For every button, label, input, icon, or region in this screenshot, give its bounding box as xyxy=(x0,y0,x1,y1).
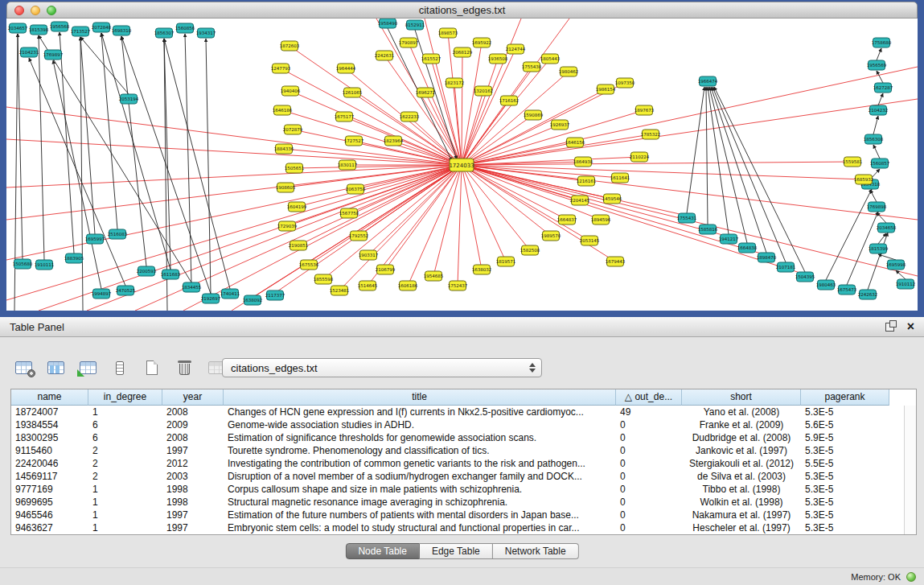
table-cell[interactable]: Nakamura et al. (1997) xyxy=(682,509,801,521)
table-selector-dropdown[interactable]: citations_edges.txt xyxy=(222,358,542,377)
network-node[interactable]: 1966474 xyxy=(698,76,718,86)
table-cell[interactable]: 9115460 xyxy=(11,444,88,457)
network-node[interactable]: 1320162 xyxy=(474,86,494,96)
table-cell[interactable]: 1998 xyxy=(162,496,224,509)
column-header-year[interactable]: year xyxy=(162,389,224,406)
table-cell[interactable]: Hescheler et al. (1997) xyxy=(682,521,801,534)
table-row[interactable]: 946554611997Estimation of the future num… xyxy=(11,509,904,521)
table-cell[interactable]: 2 xyxy=(88,470,162,483)
table-cell[interactable]: 18724007 xyxy=(11,406,88,418)
table-row[interactable]: 1938455462009Genome-wide association stu… xyxy=(11,418,904,431)
network-node[interactable]: 1941217 xyxy=(719,234,739,244)
network-node[interactable]: 2106799 xyxy=(376,265,396,274)
window-titlebar[interactable]: citations_edges.txt xyxy=(6,2,918,19)
network-node[interactable]: 1785322 xyxy=(641,130,661,139)
network-node[interactable]: 1724033 xyxy=(449,159,474,171)
vertical-scrollbar[interactable] xyxy=(904,406,916,534)
network-node[interactable]: 1792552 xyxy=(349,231,369,241)
network-node[interactable]: 1956569 xyxy=(867,60,887,70)
network-node[interactable]: 1696272 xyxy=(416,88,436,97)
network-node[interactable]: 1823172 xyxy=(445,78,465,88)
network-node[interactable]: 1261065 xyxy=(343,88,363,97)
network-node[interactable]: 1908605 xyxy=(276,183,296,192)
table-cell[interactable]: 0 xyxy=(616,521,682,534)
network-node[interactable]: 1986154 xyxy=(596,84,616,94)
network-node[interactable]: 1459546 xyxy=(602,194,622,204)
network-node[interactable]: 1695997 xyxy=(85,234,105,244)
table-cell[interactable]: 5.3E-5 xyxy=(801,444,889,457)
table-cell[interactable]: Yano et al. (2008) xyxy=(682,406,801,418)
table-cell[interactable]: 9463627 xyxy=(11,521,88,534)
network-node[interactable]: 1679443 xyxy=(606,257,626,266)
network-canvas-area[interactable]: 2034657181539819565681713527207284816983… xyxy=(6,19,918,311)
network-node[interactable]: 1685932 xyxy=(854,175,874,184)
network-node[interactable]: 1755431 xyxy=(677,213,697,223)
table-row[interactable]: 969969511998Structural magnetic resonanc… xyxy=(11,496,904,509)
network-node[interactable]: 2034657 xyxy=(8,23,28,33)
table-cell[interactable]: 1 xyxy=(88,521,162,534)
network-node[interactable]: 1611641 xyxy=(610,173,630,183)
tab-network-table[interactable]: Network Table xyxy=(493,543,579,559)
network-node[interactable]: 1664838 xyxy=(737,243,758,253)
new-table-button[interactable] xyxy=(140,356,164,380)
table-row[interactable]: 1830029562008Estimation of significance … xyxy=(11,431,904,444)
network-node[interactable]: 2072848 xyxy=(92,23,112,32)
table-cell[interactable]: 6 xyxy=(88,431,162,444)
table-cell[interactable]: Estimation of significance thresholds fo… xyxy=(224,431,616,444)
table-cell[interactable]: 19384554 xyxy=(11,418,88,431)
network-node[interactable]: 2110224 xyxy=(630,152,650,162)
network-node[interactable]: 1926937 xyxy=(550,120,570,130)
table-cell[interactable]: Disruption of a novel member of a sodium… xyxy=(224,470,616,483)
table-cell[interactable]: 9777169 xyxy=(11,483,88,496)
network-node[interactable]: 2190851 xyxy=(289,241,309,250)
network-node[interactable]: 1646156 xyxy=(565,138,585,147)
table-cell[interactable]: 9699695 xyxy=(11,496,88,509)
network-node[interactable]: 1675177 xyxy=(335,112,355,122)
table-row[interactable]: 1872400712008Changes of HCN gene express… xyxy=(11,406,904,418)
table-cell[interactable]: 1 xyxy=(88,496,162,509)
network-node[interactable]: 1823964 xyxy=(384,136,404,146)
table-cell[interactable]: 1997 xyxy=(162,521,224,534)
table-row[interactable]: 946362711997Embryonic stem cells: a mode… xyxy=(11,521,904,534)
table-cell[interactable]: 0 xyxy=(616,496,682,509)
table-row[interactable]: 2242004622012Investigating the contribut… xyxy=(11,457,904,470)
table-cell[interactable]: 1997 xyxy=(162,444,224,457)
network-node[interactable]: 1505680 xyxy=(13,259,33,269)
table-cell[interactable]: 2003 xyxy=(162,470,224,483)
table-cell[interactable]: 5.9E-5 xyxy=(801,431,889,444)
table-cell[interactable]: 2 xyxy=(88,444,162,457)
table-cell[interactable]: Embryonic stem cells: a model to study s… xyxy=(224,521,616,534)
table-cell[interactable]: 2 xyxy=(88,457,162,470)
network-node[interactable]: 1585816 xyxy=(698,225,718,234)
table-cell[interactable]: Wolkin et al. (1998) xyxy=(682,496,801,509)
network-node[interactable]: 1523481 xyxy=(330,286,350,295)
network-node[interactable]: 2117377 xyxy=(265,290,285,300)
table-cell[interactable]: 5.3E-5 xyxy=(801,521,889,534)
minimize-window-button[interactable] xyxy=(31,6,40,15)
network-node[interactable]: 2204145 xyxy=(570,196,590,205)
network-node[interactable]: 2034658 xyxy=(877,223,897,233)
table-cell[interactable]: 0 xyxy=(616,483,682,496)
table-cell[interactable]: 2012 xyxy=(162,457,224,470)
network-node[interactable]: 2470525 xyxy=(116,286,136,295)
network-node[interactable]: 2104231 xyxy=(19,47,39,57)
network-node[interactable]: 2063758 xyxy=(346,184,366,194)
network-node[interactable]: 2124744 xyxy=(506,44,526,54)
network-node[interactable]: 1752437 xyxy=(448,281,468,290)
network-node[interactable]: 1856307 xyxy=(154,28,175,38)
table-cell[interactable]: 9465546 xyxy=(11,509,88,521)
network-node[interactable]: 1560856 xyxy=(175,23,195,33)
network-node[interactable]: 2068129 xyxy=(453,47,473,57)
network-node[interactable]: 1627287 xyxy=(873,83,893,93)
column-header-title[interactable]: title xyxy=(224,389,616,406)
tab-edge-table[interactable]: Edge Table xyxy=(420,543,493,559)
table-cell[interactable]: Investigating the contribution of common… xyxy=(224,457,616,470)
float-panel-icon[interactable] xyxy=(885,323,894,332)
network-node[interactable]: 1910112 xyxy=(896,279,916,289)
network-node[interactable]: 2107181 xyxy=(776,262,796,272)
network-canvas[interactable]: 2034657181539819565681713527207284816983… xyxy=(6,19,918,311)
table-cell[interactable]: 0 xyxy=(616,470,682,483)
network-node[interactable]: 1698310 xyxy=(112,26,132,35)
table-cell[interactable]: 2008 xyxy=(162,406,224,418)
table-cell[interactable]: Dudbridge et al. (2008) xyxy=(682,431,801,444)
